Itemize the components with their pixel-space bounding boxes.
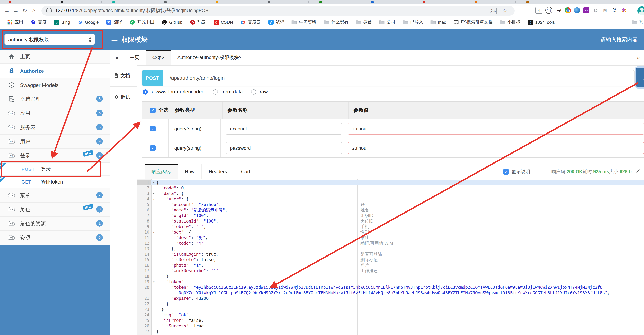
fold-arrow-icon[interactable]: ▾ xyxy=(152,230,156,235)
fullscreen-icon[interactable] xyxy=(636,169,640,175)
translate-icon[interactable]: 文A xyxy=(489,8,497,14)
tab-debug[interactable]: 调试 xyxy=(110,86,137,108)
select-all-checkbox[interactable] xyxy=(150,108,156,113)
home-icon[interactable]: ⌂ xyxy=(30,4,38,17)
browser-tab-favicon[interactable] xyxy=(268,1,270,4)
param-name-input[interactable] xyxy=(226,123,342,134)
sidebar-item-资源[interactable]: API资源6 xyxy=(0,231,110,245)
radio-x-www-form-urlencoded[interactable] xyxy=(143,89,148,94)
sidebar-item-Swagger Models[interactable]: ASwagger Models xyxy=(0,78,110,92)
bookmark-item[interactable]: 笔记 xyxy=(268,19,284,25)
bookmark-item[interactable]: bBing xyxy=(54,20,70,25)
bookmark-item[interactable]: 公司 xyxy=(379,19,395,25)
param-value-input[interactable] xyxy=(348,142,644,154)
response-json-editor[interactable]: 1▾{2 "code": 0,3▾ "data": {4▾ "user": {5… xyxy=(137,179,644,335)
bookmark-item[interactable]: GitHub xyxy=(162,20,183,25)
tab-home[interactable]: 主页 xyxy=(124,50,146,65)
menu-hamburger-icon[interactable] xyxy=(112,36,118,42)
fold-arrow-icon[interactable]: ▾ xyxy=(152,191,156,196)
reload-icon[interactable]: ↻ xyxy=(21,4,29,17)
page-info-icon[interactable]: i xyxy=(46,8,52,14)
bookmark-item[interactable]: 学习资料 xyxy=(292,19,316,25)
bookmark-item[interactable]: mac xyxy=(430,20,446,25)
fold-arrow-icon[interactable]: ▾ xyxy=(152,279,156,285)
row-checkbox[interactable] xyxy=(150,126,156,131)
forward-icon[interactable]: → xyxy=(12,4,20,17)
param-value-input[interactable] xyxy=(348,123,644,134)
browser-tab-favicon[interactable] xyxy=(475,1,477,4)
profile-avatar[interactable] xyxy=(638,6,644,15)
browser-tab-favicon[interactable] xyxy=(526,1,529,4)
fold-arrow-icon[interactable]: ▾ xyxy=(152,180,156,185)
bookmark-item[interactable]: 应用 xyxy=(7,19,23,25)
back-icon[interactable]: ← xyxy=(3,4,11,17)
tab-headers[interactable]: Headers xyxy=(202,164,234,179)
browser-tab-favicon[interactable] xyxy=(164,1,166,4)
bookmark-star-icon[interactable]: ☆ xyxy=(502,6,507,15)
bookmark-item[interactable]: GGoogle xyxy=(77,20,99,25)
browser-tab-favicon[interactable] xyxy=(9,1,12,4)
collapse-sidebar-icon[interactable]: « xyxy=(116,50,118,65)
browser-tab-favicon[interactable] xyxy=(423,1,425,4)
rp-extension-icon[interactable]: RP xyxy=(583,7,590,14)
page-extension-icon[interactable]: 回 xyxy=(535,7,542,14)
browser-tab-favicon[interactable] xyxy=(61,1,63,4)
browser-tab-favicon[interactable] xyxy=(216,1,218,4)
bookmark-item[interactable]: 百度云 xyxy=(240,19,261,25)
globe-extension-icon[interactable] xyxy=(574,7,580,14)
bookmark-overflow-folder[interactable]: 其 xyxy=(628,17,643,27)
sidebar-item-菜单[interactable]: API菜单7 xyxy=(0,188,110,202)
fold-arrow-icon[interactable]: ▾ xyxy=(152,196,156,202)
o-extension-icon[interactable]: O xyxy=(592,7,599,14)
bookmark-item[interactable]: 什么都有 xyxy=(324,19,348,25)
row-checkbox[interactable] xyxy=(150,145,156,150)
bookmark-item[interactable]: 微信 xyxy=(356,19,372,25)
bookmark-item[interactable]: 译翻译 xyxy=(106,19,122,25)
sidebar-item-角色的资源[interactable]: API角色的资源1 xyxy=(0,217,110,231)
tab-login[interactable]: 登录× xyxy=(146,50,171,65)
radio-label[interactable]: raw xyxy=(260,89,268,94)
browser-tab-strip[interactable] xyxy=(0,0,644,4)
search-input[interactable]: 请输入搜索内容 xyxy=(600,29,638,50)
tab-response-content[interactable]: 响应内容 xyxy=(144,164,178,179)
browser-tab-favicon[interactable] xyxy=(112,1,115,4)
sidebar-item-服务表[interactable]: API服务表6 xyxy=(0,120,110,134)
braces-extension-icon[interactable]: {…} xyxy=(545,7,552,14)
send-button[interactable]: 发送 xyxy=(636,68,644,87)
en-extension-icon[interactable]: en⇄ xyxy=(555,7,562,14)
bookmark-item[interactable]: 10241024Tools xyxy=(528,20,555,25)
radio-label[interactable]: x-www-form-urlencoded xyxy=(152,89,204,94)
tab-curl[interactable]: Curl xyxy=(234,164,257,179)
bookmark-item[interactable]: 已导入 xyxy=(402,19,423,25)
radio-raw[interactable] xyxy=(251,89,256,94)
m-extension-icon[interactable]: M xyxy=(602,7,608,14)
sidebar-item-用户[interactable]: API用户9 xyxy=(0,134,110,149)
chrome-extension-icon[interactable] xyxy=(565,7,571,14)
radio-label[interactable]: form-data xyxy=(222,89,243,94)
bookmark-item[interactable]: G码云 xyxy=(190,19,206,25)
bookmark-item[interactable]: 小目标 xyxy=(500,19,520,25)
tab-authorize[interactable]: Authorize-authority-权限模块× xyxy=(171,50,248,65)
sidebar-endpoint-get[interactable]: NEWGET验证token xyxy=(0,176,110,188)
bookmark-item[interactable]: 百度 xyxy=(30,19,46,25)
gitzip-extension-icon[interactable]: GitZip xyxy=(611,7,618,14)
browser-tab-favicon[interactable] xyxy=(320,1,322,4)
sidebar-item-角色[interactable]: API角色NEW8 xyxy=(0,202,110,217)
bookmark-item[interactable]: ES搜索引擎文档 xyxy=(454,19,492,25)
sidebar-item-文档管理[interactable]: 文档管理3 xyxy=(0,92,110,106)
bookmark-item[interactable]: CCSDN xyxy=(213,20,233,25)
sidebar-item-应用[interactable]: API应用5 xyxy=(0,106,110,120)
tab-raw[interactable]: Raw xyxy=(178,164,202,179)
tab-overflow-icon[interactable]: » xyxy=(632,50,640,65)
show-description-checkbox[interactable] xyxy=(503,169,509,174)
endpoint-path[interactable]: /api/authority/anno/login xyxy=(170,70,225,86)
bookmark-item[interactable]: C开源中国 xyxy=(130,19,154,25)
radio-form-data[interactable] xyxy=(213,89,218,94)
browser-tab-favicon[interactable] xyxy=(371,1,374,4)
address-bar[interactable]: i 127.0.0.1:8760/api/gate/doc.html#/auth… xyxy=(42,6,515,16)
sidebar-item-Authorize[interactable]: Authorize xyxy=(0,64,110,78)
param-name-input[interactable] xyxy=(226,142,342,154)
tab-document[interactable]: 文档 xyxy=(110,65,137,86)
asterisk-extension-icon[interactable]: ✻ xyxy=(620,7,627,14)
url-text[interactable]: 127.0.0.1:8760/api/gate/doc.html#/author… xyxy=(55,6,211,16)
